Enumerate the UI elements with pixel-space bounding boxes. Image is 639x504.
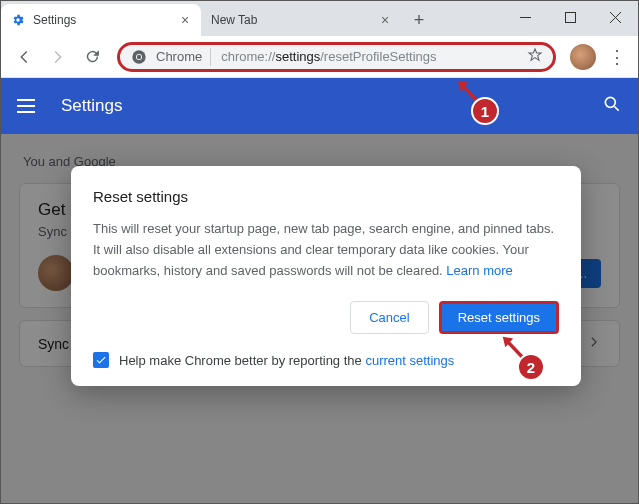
profile-avatar[interactable] xyxy=(570,44,596,70)
svg-line-6 xyxy=(615,107,619,111)
maximize-button[interactable] xyxy=(548,1,593,33)
help-text: Help make Chrome better by reporting the… xyxy=(119,353,454,368)
search-icon[interactable] xyxy=(602,94,622,118)
url-text: chrome://settings/resetProfileSettings xyxy=(221,49,436,64)
page-title: Settings xyxy=(61,96,122,116)
annotation-badge-1: 1 xyxy=(471,97,499,125)
svg-point-5 xyxy=(605,97,615,107)
dialog-actions: Cancel Reset settings xyxy=(93,301,559,334)
divider xyxy=(210,48,211,66)
chrome-label: Chrome xyxy=(156,49,202,64)
bookmark-star-icon[interactable] xyxy=(527,47,543,67)
current-settings-link[interactable]: current settings xyxy=(365,353,454,368)
gear-icon xyxy=(11,13,25,27)
minimize-button[interactable] xyxy=(503,1,548,33)
forward-button[interactable] xyxy=(43,42,73,72)
dialog-body: This will reset your startup page, new t… xyxy=(93,219,559,281)
window-titlebar: Settings × New Tab × + xyxy=(1,1,638,36)
svg-rect-1 xyxy=(566,12,576,22)
settings-header: Settings xyxy=(1,78,638,134)
annotation-badge-2: 2 xyxy=(517,353,545,381)
dialog-footer: Help make Chrome better by reporting the… xyxy=(93,352,559,368)
help-checkbox[interactable] xyxy=(93,352,109,368)
window-controls xyxy=(503,1,638,33)
reload-button[interactable] xyxy=(77,42,107,72)
tab-settings[interactable]: Settings × xyxy=(1,4,201,36)
svg-point-4 xyxy=(137,54,141,58)
browser-toolbar: Chrome chrome://settings/resetProfileSet… xyxy=(1,36,638,78)
chrome-icon xyxy=(130,48,148,66)
close-icon[interactable]: × xyxy=(177,12,193,28)
tab-title: New Tab xyxy=(211,13,377,27)
window-close-button[interactable] xyxy=(593,1,638,33)
address-bar[interactable]: Chrome chrome://settings/resetProfileSet… xyxy=(117,42,556,72)
reset-settings-button[interactable]: Reset settings xyxy=(439,301,559,334)
cancel-button[interactable]: Cancel xyxy=(350,301,428,334)
kebab-menu-icon[interactable]: ⋮ xyxy=(604,46,630,68)
tab-new[interactable]: New Tab × xyxy=(201,4,401,36)
learn-more-link[interactable]: Learn more xyxy=(446,263,512,278)
hamburger-icon[interactable] xyxy=(17,94,41,118)
close-icon[interactable]: × xyxy=(377,12,393,28)
svg-rect-0 xyxy=(520,17,531,18)
new-tab-button[interactable]: + xyxy=(405,6,433,34)
dialog-title: Reset settings xyxy=(93,188,559,205)
back-button[interactable] xyxy=(9,42,39,72)
tab-title: Settings xyxy=(33,13,177,27)
